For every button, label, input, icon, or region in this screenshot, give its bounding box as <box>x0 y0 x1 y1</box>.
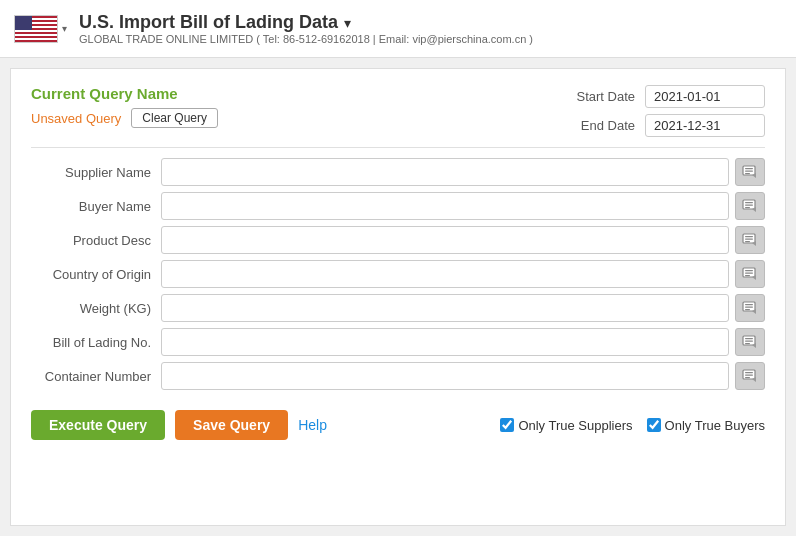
country-origin-input-icon-btn[interactable] <box>735 260 765 288</box>
form-row-2: Product Desc <box>31 226 765 254</box>
only-true-suppliers-label[interactable]: Only True Suppliers <box>500 418 632 433</box>
svg-rect-33 <box>745 377 750 378</box>
help-link[interactable]: Help <box>298 417 327 433</box>
weight-input-label: Weight (KG) <box>31 301 161 316</box>
app-header: ▾ U.S. Import Bill of Lading Data ▾ GLOB… <box>0 0 796 58</box>
title-dropdown-arrow[interactable]: ▾ <box>344 15 351 31</box>
main-content: Current Query Name Unsaved Query Clear Q… <box>10 68 786 526</box>
container-number-input[interactable] <box>161 362 729 390</box>
country-origin-input[interactable] <box>161 260 729 288</box>
save-query-button[interactable]: Save Query <box>175 410 288 440</box>
supplier-name-input[interactable] <box>161 158 729 186</box>
app-title: U.S. Import Bill of Lading Data <box>79 12 338 33</box>
svg-rect-6 <box>745 202 753 203</box>
form-rows: Supplier Name Buyer Name Product Desc Co… <box>31 158 765 390</box>
flag-dropdown-arrow[interactable]: ▾ <box>62 23 67 34</box>
end-date-label: End Date <box>563 118 635 133</box>
svg-rect-16 <box>745 270 753 271</box>
weight-input-icon-btn[interactable] <box>735 294 765 322</box>
svg-rect-18 <box>745 275 750 276</box>
only-true-buyers-label[interactable]: Only True Buyers <box>647 418 765 433</box>
clear-query-button[interactable]: Clear Query <box>131 108 218 128</box>
bill-of-lading-input-label: Bill of Lading No. <box>31 335 161 350</box>
svg-rect-21 <box>745 304 753 305</box>
svg-rect-22 <box>745 307 753 308</box>
start-date-row: Start Date <box>563 85 765 108</box>
svg-rect-32 <box>745 375 753 376</box>
container-number-input-label: Container Number <box>31 369 161 384</box>
svg-rect-31 <box>745 372 753 373</box>
only-true-buyers-checkbox[interactable] <box>647 418 661 432</box>
execute-query-button[interactable]: Execute Query <box>31 410 165 440</box>
supplier-name-input-label: Supplier Name <box>31 165 161 180</box>
svg-rect-11 <box>745 236 753 237</box>
flag-container: ▾ <box>14 15 67 43</box>
supplier-name-input-icon-btn[interactable] <box>735 158 765 186</box>
query-header: Current Query Name Unsaved Query Clear Q… <box>31 85 765 137</box>
footer: Execute Query Save Query Help Only True … <box>31 402 765 440</box>
start-date-label: Start Date <box>563 89 635 104</box>
svg-rect-17 <box>745 273 753 274</box>
bill-of-lading-input-icon-btn[interactable] <box>735 328 765 356</box>
flag-canton <box>15 16 32 30</box>
svg-rect-3 <box>745 173 750 174</box>
bill-of-lading-input[interactable] <box>161 328 729 356</box>
footer-right: Only True Suppliers Only True Buyers <box>500 418 765 433</box>
svg-rect-26 <box>745 338 753 339</box>
svg-rect-13 <box>745 241 750 242</box>
svg-rect-23 <box>745 309 750 310</box>
end-date-input[interactable] <box>645 114 765 137</box>
product-desc-input-label: Product Desc <box>31 233 161 248</box>
current-query-label: Current Query Name <box>31 85 218 102</box>
end-date-row: End Date <box>563 114 765 137</box>
form-row-1: Buyer Name <box>31 192 765 220</box>
svg-rect-27 <box>745 341 753 342</box>
us-flag <box>14 15 58 43</box>
form-row-5: Bill of Lading No. <box>31 328 765 356</box>
divider <box>31 147 765 148</box>
unsaved-query-row: Unsaved Query Clear Query <box>31 108 218 128</box>
product-desc-input-icon-btn[interactable] <box>735 226 765 254</box>
form-row-3: Country of Origin <box>31 260 765 288</box>
buyer-name-input-icon-btn[interactable] <box>735 192 765 220</box>
form-row-0: Supplier Name <box>31 158 765 186</box>
svg-rect-28 <box>745 343 750 344</box>
only-true-buyers-text: Only True Buyers <box>665 418 765 433</box>
buyer-name-input[interactable] <box>161 192 729 220</box>
only-true-suppliers-checkbox[interactable] <box>500 418 514 432</box>
country-origin-input-label: Country of Origin <box>31 267 161 282</box>
only-true-suppliers-text: Only True Suppliers <box>518 418 632 433</box>
form-row-6: Container Number <box>31 362 765 390</box>
container-number-input-icon-btn[interactable] <box>735 362 765 390</box>
svg-rect-12 <box>745 239 753 240</box>
header-title-block: U.S. Import Bill of Lading Data ▾ GLOBAL… <box>79 12 533 45</box>
svg-rect-2 <box>745 171 753 172</box>
svg-rect-8 <box>745 207 750 208</box>
app-subtitle: GLOBAL TRADE ONLINE LIMITED ( Tel: 86-51… <box>79 33 533 45</box>
start-date-input[interactable] <box>645 85 765 108</box>
form-row-4: Weight (KG) <box>31 294 765 322</box>
weight-input[interactable] <box>161 294 729 322</box>
svg-rect-7 <box>745 205 753 206</box>
unsaved-query-text: Unsaved Query <box>31 111 121 126</box>
query-left: Current Query Name Unsaved Query Clear Q… <box>31 85 218 128</box>
svg-rect-1 <box>745 168 753 169</box>
buyer-name-input-label: Buyer Name <box>31 199 161 214</box>
product-desc-input[interactable] <box>161 226 729 254</box>
query-dates: Start Date End Date <box>563 85 765 137</box>
